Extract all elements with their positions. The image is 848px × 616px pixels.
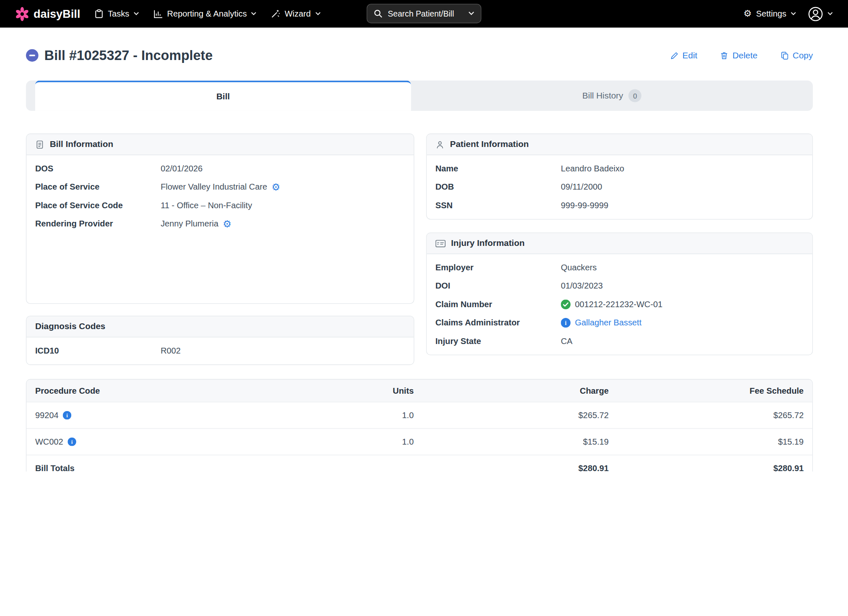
info-icon[interactable]: i bbox=[63, 411, 72, 420]
svg-text:i: i bbox=[71, 439, 73, 445]
delete-button[interactable]: Delete bbox=[720, 51, 757, 60]
injury-information-card: Injury Information Employer Quackers DOI… bbox=[426, 233, 813, 355]
diagnosis-codes-title: Diagnosis Codes bbox=[35, 322, 106, 332]
bill-information-title: Bill Information bbox=[50, 140, 113, 149]
chevron-down-icon bbox=[134, 12, 139, 16]
nav-wizard-label: Wizard bbox=[284, 9, 311, 19]
wand-icon bbox=[271, 9, 280, 18]
injury-information-title: Injury Information bbox=[451, 238, 525, 248]
svg-text:i: i bbox=[66, 413, 68, 419]
trash-icon bbox=[720, 51, 729, 60]
pencil-icon bbox=[670, 51, 679, 60]
chevron-down-icon bbox=[468, 11, 474, 15]
patient-information-card: Patient Information Name Leandro Badeixo… bbox=[426, 134, 813, 220]
patient-icon bbox=[435, 140, 444, 149]
bill-information-card: Bill Information DOS 02/01/2026 Place of… bbox=[26, 134, 414, 304]
nav-settings-label: Settings bbox=[756, 9, 786, 19]
patient-information-title: Patient Information bbox=[450, 140, 529, 149]
nav-tasks-label: Tasks bbox=[108, 9, 129, 19]
minus-circle-icon bbox=[26, 49, 39, 62]
edit-button[interactable]: Edit bbox=[670, 51, 697, 60]
id-card-icon bbox=[435, 239, 446, 248]
user-circle-icon bbox=[808, 6, 823, 22]
injury-row-claim-number: Claim Number 001212-221232-WC-01 bbox=[427, 295, 812, 313]
top-navbar: daisyBill Tasks Reporting & Analytics Wi… bbox=[0, 0, 848, 28]
injury-row-injury-state: Injury State CA bbox=[427, 332, 812, 350]
brand-name: daisyBill bbox=[34, 7, 80, 20]
check-circle-icon bbox=[561, 300, 571, 310]
procedure-row: WC002 i 1.0 $15.19 $15.19 bbox=[26, 428, 812, 455]
nav-settings[interactable]: ⚙ Settings bbox=[744, 9, 796, 19]
patient-row-ssn: SSN 999-99-9999 bbox=[427, 196, 812, 214]
edit-label: Edit bbox=[682, 51, 697, 60]
tab-bill-label: Bill bbox=[217, 91, 230, 101]
page-title: Bill #1025327 - Incomplete bbox=[44, 48, 213, 63]
search-label: Search Patient/Bill bbox=[388, 9, 463, 18]
info-icon[interactable]: i bbox=[67, 438, 76, 446]
daisybill-logo-icon bbox=[15, 7, 29, 21]
tab-bill[interactable]: Bill bbox=[35, 81, 411, 111]
brand-logo[interactable]: daisyBill bbox=[15, 7, 80, 21]
diagnosis-codes-card: Diagnosis Codes ICD10 R002 bbox=[26, 316, 414, 365]
gear-icon[interactable]: ⚙ bbox=[223, 219, 231, 229]
bill-info-row-dos: DOS 02/01/2026 bbox=[26, 159, 414, 178]
procedure-row: 99204 i 1.0 $265.72 $265.72 bbox=[26, 402, 812, 428]
tab-bar: Bill Bill History 0 bbox=[26, 81, 813, 111]
bill-info-row-place-of-service: Place of Service Flower Valley Industria… bbox=[26, 178, 414, 196]
page: daisyBill Tasks Reporting & Analytics Wi… bbox=[0, 0, 848, 472]
bill-totals-row: Bill Totals $280.91 $280.91 bbox=[26, 455, 812, 472]
nav-reporting-analytics[interactable]: Reporting & Analytics bbox=[154, 9, 257, 19]
injury-row-claims-administrator: Claims Administrator i Gallagher Bassett bbox=[427, 314, 812, 332]
patient-row-dob: DOB 09/11/2000 bbox=[427, 178, 812, 196]
bar-chart-icon bbox=[154, 10, 163, 18]
bill-history-count-badge: 0 bbox=[629, 89, 641, 102]
claims-administrator-link[interactable]: Gallagher Bassett bbox=[575, 318, 641, 328]
procedure-table-header: Procedure Code Units Charge Fee Schedule bbox=[26, 380, 812, 402]
gear-icon: ⚙ bbox=[744, 9, 752, 18]
nav-account[interactable] bbox=[808, 6, 833, 22]
nav-tasks[interactable]: Tasks bbox=[95, 9, 139, 19]
clipboard-icon bbox=[95, 9, 104, 18]
copy-icon bbox=[780, 51, 789, 60]
nav-wizard[interactable]: Wizard bbox=[271, 9, 320, 19]
injury-row-employer: Employer Quackers bbox=[427, 258, 812, 277]
copy-label: Copy bbox=[793, 51, 813, 60]
gear-icon[interactable]: ⚙ bbox=[272, 182, 280, 192]
search-icon bbox=[374, 9, 383, 18]
diagnosis-row-icd10: ICD10 R002 bbox=[26, 342, 414, 360]
chevron-down-icon bbox=[251, 12, 256, 16]
document-icon bbox=[35, 140, 44, 149]
delete-label: Delete bbox=[732, 51, 757, 60]
chevron-down-icon bbox=[315, 12, 320, 16]
search-patient-bill-button[interactable]: Search Patient/Bill bbox=[367, 4, 482, 23]
chevron-down-icon bbox=[827, 12, 833, 16]
procedure-table: Procedure Code Units Charge Fee Schedule… bbox=[26, 379, 813, 472]
chevron-down-icon bbox=[791, 12, 796, 16]
injury-row-doi: DOI 01/03/2023 bbox=[427, 277, 812, 295]
copy-button[interactable]: Copy bbox=[780, 51, 813, 60]
patient-row-name: Name Leandro Badeixo bbox=[427, 159, 812, 178]
bill-info-row-pos-code: Place of Service Code 11 - Office – Non-… bbox=[26, 196, 414, 214]
nav-reporting-label: Reporting & Analytics bbox=[167, 9, 247, 19]
info-icon[interactable]: i bbox=[561, 318, 571, 328]
svg-text:i: i bbox=[565, 320, 566, 326]
bill-info-row-rendering-provider: Rendering Provider Jenny Plumeria ⚙ bbox=[26, 215, 414, 233]
tab-bill-history-label: Bill History bbox=[582, 91, 623, 101]
tab-bill-history[interactable]: Bill History 0 bbox=[411, 81, 813, 111]
